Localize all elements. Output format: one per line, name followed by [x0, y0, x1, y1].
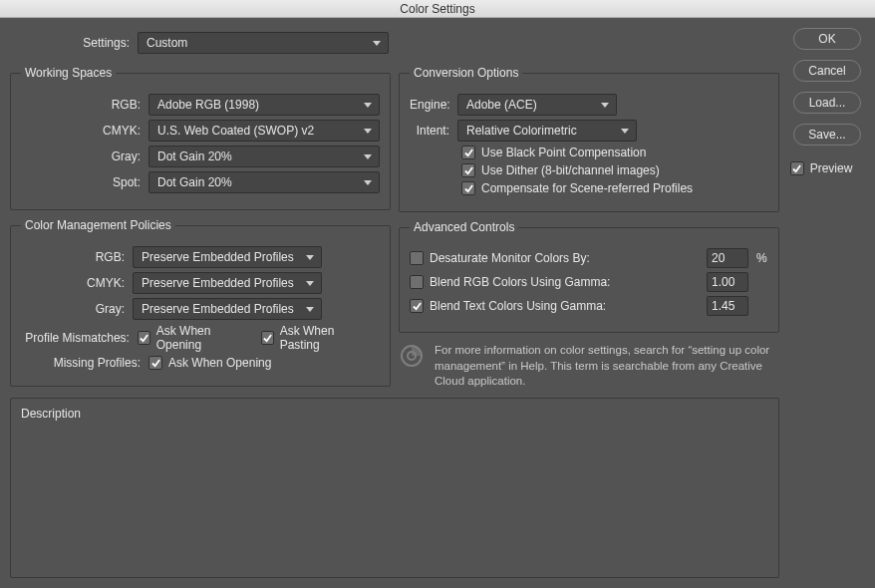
ok-button[interactable]: OK [793, 28, 861, 50]
chevron-down-icon [620, 126, 630, 136]
checkbox-icon [138, 331, 150, 345]
intent-select[interactable]: Relative Colorimetric [457, 120, 637, 142]
settings-label: Settings: [10, 36, 138, 50]
pol-gray-select[interactable]: Preserve Embedded Profiles [133, 298, 322, 320]
settings-value: Custom [146, 36, 187, 50]
blend-rgb-field[interactable]: 1.00 [707, 272, 748, 292]
desaturate-field[interactable]: 20 [707, 248, 748, 268]
intent-label: Intent: [410, 124, 457, 138]
mismatch-ask-paste-checkbox[interactable]: Ask When Pasting [261, 324, 368, 352]
working-spaces-group: Working Spaces RGB: Adobe RGB (1998) CMY… [10, 66, 391, 210]
advanced-group: Advanced Controls Desaturate Monitor Col… [399, 220, 779, 333]
description-legend: Description [21, 407, 81, 421]
cancel-button[interactable]: Cancel [793, 60, 861, 82]
chevron-down-icon [363, 100, 373, 110]
pol-rgb-label: RGB: [21, 250, 133, 264]
pol-cmyk-select[interactable]: Preserve Embedded Profiles [133, 272, 322, 294]
missing-ask-open-checkbox[interactable]: Ask When Opening [148, 356, 271, 370]
ws-gray-select[interactable]: Dot Gain 20% [148, 146, 380, 167]
checkbox-icon [410, 299, 424, 313]
policies-group: Color Management Policies RGB: Preserve … [10, 218, 391, 387]
info-block: For more information on color settings, … [399, 343, 779, 390]
chevron-down-icon [305, 304, 315, 314]
checkbox-icon [148, 356, 162, 370]
ws-cmyk-select[interactable]: U.S. Web Coated (SWOP) v2 [148, 120, 380, 142]
blend-text-field[interactable]: 1.45 [707, 296, 748, 316]
description-group: Description [10, 398, 779, 578]
policies-legend: Color Management Policies [21, 218, 175, 232]
chevron-down-icon [305, 252, 315, 262]
desaturate-checkbox[interactable]: Desaturate Monitor Colors By: [410, 251, 590, 265]
save-button[interactable]: Save... [793, 124, 861, 146]
checkbox-icon [261, 331, 274, 345]
desaturate-unit: % [756, 251, 768, 265]
missing-profiles-label: Missing Profiles: [21, 356, 148, 370]
scene-checkbox[interactable]: Compensate for Scene-referred Profiles [461, 181, 693, 195]
checkbox-icon [461, 181, 475, 195]
chevron-down-icon [600, 100, 610, 110]
chevron-down-icon [305, 278, 315, 288]
load-button[interactable]: Load... [793, 92, 861, 114]
ws-rgb-select[interactable]: Adobe RGB (1998) [148, 94, 380, 116]
ws-rgb-label: RGB: [21, 98, 148, 112]
blend-text-checkbox[interactable]: Blend Text Colors Using Gamma: [410, 299, 606, 313]
preview-checkbox[interactable]: Preview [790, 161, 853, 175]
chevron-down-icon [363, 126, 373, 136]
bpc-checkbox[interactable]: Use Black Point Compensation [461, 146, 646, 159]
checkbox-icon [790, 161, 804, 175]
window-title: Color Settings [400, 2, 474, 16]
conversion-legend: Conversion Options [410, 66, 522, 80]
checkbox-icon [410, 275, 424, 289]
advanced-legend: Advanced Controls [410, 220, 518, 234]
blend-rgb-checkbox[interactable]: Blend RGB Colors Using Gamma: [410, 275, 610, 289]
chevron-down-icon [363, 151, 373, 161]
engine-label: Engine: [410, 98, 457, 112]
engine-select[interactable]: Adobe (ACE) [457, 94, 617, 116]
checkbox-icon [461, 146, 475, 159]
pol-gray-label: Gray: [21, 302, 133, 316]
checkbox-icon [410, 251, 424, 265]
pol-cmyk-label: CMYK: [21, 276, 133, 290]
settings-select[interactable]: Custom [138, 32, 389, 54]
color-settings-icon [399, 343, 425, 369]
conversion-group: Conversion Options Engine: Adobe (ACE) I… [399, 66, 779, 212]
ws-spot-label: Spot: [21, 175, 148, 189]
checkbox-icon [461, 163, 475, 177]
chevron-down-icon [372, 38, 382, 48]
pol-rgb-select[interactable]: Preserve Embedded Profiles [133, 246, 322, 268]
chevron-down-icon [363, 177, 373, 187]
ws-cmyk-label: CMYK: [21, 124, 148, 138]
dither-checkbox[interactable]: Use Dither (8-bit/channel images) [461, 163, 660, 177]
info-text: For more information on color settings, … [435, 343, 779, 390]
profile-mismatches-label: Profile Mismatches: [21, 331, 138, 345]
ws-gray-label: Gray: [21, 149, 148, 163]
window-titlebar: Color Settings [0, 0, 875, 18]
mismatch-ask-open-checkbox[interactable]: Ask When Opening [138, 324, 249, 352]
ws-spot-select[interactable]: Dot Gain 20% [148, 171, 380, 193]
working-spaces-legend: Working Spaces [21, 66, 116, 80]
